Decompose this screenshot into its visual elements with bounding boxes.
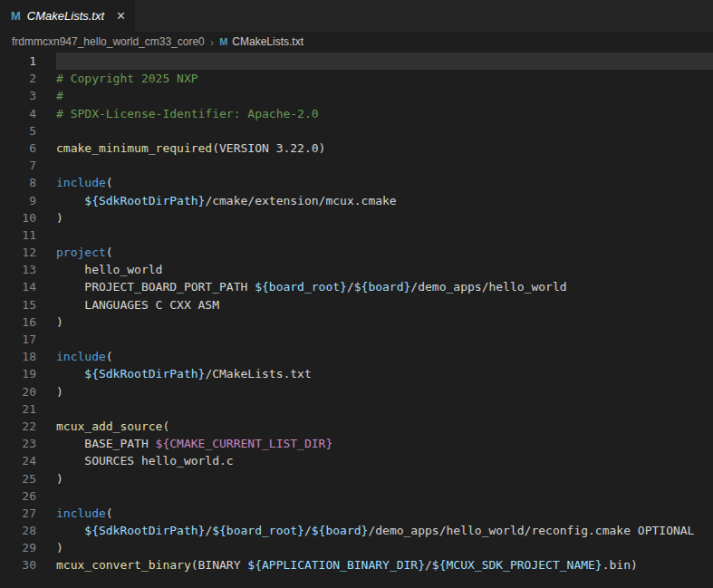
- code-token: cmake_minimum_required: [56, 141, 212, 155]
- code-line[interactable]: 10): [0, 209, 713, 227]
- code-line-content: include(: [56, 505, 713, 522]
- code-token: hello_world: [56, 263, 162, 276]
- cmake-file-icon: M: [11, 10, 21, 22]
- code-token: [56, 524, 84, 537]
- code-line[interactable]: 16): [0, 313, 713, 331]
- code-line-content: ): [56, 539, 713, 556]
- code-line[interactable]: 30mcux_convert_binary(BINARY ${APPLICATI…: [0, 556, 713, 574]
- line-number[interactable]: 10: [0, 209, 56, 227]
- line-number[interactable]: 16: [0, 313, 56, 331]
- code-token: /: [425, 558, 432, 572]
- code-line[interactable]: 13 hello_world: [0, 261, 713, 278]
- code-line[interactable]: 19 ${SdkRootDirPath}/CMakeLists.txt: [0, 365, 713, 382]
- line-number[interactable]: 14: [0, 278, 56, 295]
- code-line[interactable]: 4# SPDX-License-Identifier: Apache-2.0: [0, 105, 713, 122]
- code-line-content: LANGUAGES C CXX ASM: [56, 296, 713, 313]
- code-editor[interactable]: 12# Copyright 2025 NXP3#4# SPDX-License-…: [0, 52, 713, 588]
- code-line[interactable]: 28 ${SdkRootDirPath}/${board_root}/${boa…: [0, 522, 713, 539]
- breadcrumb-folder[interactable]: frdmmcxn947_hello_world_cm33_core0: [12, 35, 205, 48]
- code-token: (VERSION 3.22.0): [212, 141, 325, 155]
- code-token: (: [106, 246, 113, 259]
- code-token: LANGUAGES C CXX ASM: [56, 298, 219, 312]
- close-icon[interactable]: ✕: [116, 10, 126, 22]
- code-line[interactable]: 26: [0, 487, 713, 505]
- code-line[interactable]: 17: [0, 331, 713, 348]
- code-line-content: include(: [56, 174, 713, 191]
- code-line-content: mcux_convert_binary(BINARY ${APPLICATION…: [56, 556, 713, 574]
- line-number[interactable]: 19: [0, 365, 56, 382]
- breadcrumb-file[interactable]: CMakeLists.txt: [232, 35, 304, 48]
- line-number[interactable]: 21: [0, 400, 56, 418]
- line-number[interactable]: 20: [0, 383, 56, 400]
- code-token: include: [56, 506, 106, 520]
- code-line[interactable]: 18include(: [0, 348, 713, 365]
- code-token: (: [162, 419, 169, 433]
- code-token: ): [56, 541, 63, 554]
- line-number[interactable]: 29: [0, 539, 56, 556]
- code-token: #: [56, 89, 63, 102]
- editor-lines: 12# Copyright 2025 NXP3#4# SPDX-License-…: [0, 52, 713, 574]
- code-token: ): [56, 211, 63, 225]
- code-token: (: [106, 350, 113, 363]
- tab-cmakelists[interactable]: M CMakeLists.txt ✕: [0, 0, 136, 32]
- code-line-content: [56, 400, 713, 418]
- code-token: ${board}: [312, 524, 369, 537]
- line-number[interactable]: 11: [0, 227, 56, 244]
- line-number[interactable]: 6: [0, 140, 56, 157]
- code-line[interactable]: 21: [0, 400, 713, 418]
- code-line-content: mcux_add_source(: [56, 418, 713, 435]
- code-token: /demo_apps/hello_world: [410, 280, 566, 294]
- line-number[interactable]: 4: [0, 105, 56, 122]
- code-line[interactable]: 27include(: [0, 505, 713, 522]
- code-line[interactable]: 6cmake_minimum_required(VERSION 3.22.0): [0, 140, 713, 157]
- line-number[interactable]: 25: [0, 470, 56, 487]
- line-number[interactable]: 2: [0, 70, 56, 87]
- code-line[interactable]: 14 PROJECT_BOARD_PORT_PATH ${board_root}…: [0, 278, 713, 295]
- line-number[interactable]: 7: [0, 157, 56, 174]
- code-token: mcux_add_source: [56, 419, 162, 433]
- code-line[interactable]: 24 SOURCES hello_world.c: [0, 452, 713, 469]
- line-number[interactable]: 1: [0, 53, 56, 70]
- line-number[interactable]: 18: [0, 348, 56, 365]
- line-number[interactable]: 28: [0, 522, 56, 539]
- line-number[interactable]: 12: [0, 244, 56, 261]
- code-line[interactable]: 15 LANGUAGES C CXX ASM: [0, 296, 713, 313]
- code-token: include: [56, 176, 106, 189]
- code-line-content: project(: [56, 244, 713, 261]
- code-line-content: ): [56, 383, 713, 400]
- code-line[interactable]: 20): [0, 383, 713, 400]
- line-number[interactable]: 8: [0, 174, 56, 191]
- code-line-content: [56, 122, 713, 140]
- code-line[interactable]: 29): [0, 539, 713, 556]
- line-number[interactable]: 23: [0, 435, 56, 452]
- line-number[interactable]: 9: [0, 192, 56, 209]
- code-line[interactable]: 3#: [0, 87, 713, 104]
- line-number[interactable]: 3: [0, 87, 56, 104]
- code-line[interactable]: 11: [0, 227, 713, 244]
- code-token: ${board_root}: [212, 524, 304, 537]
- line-number[interactable]: 30: [0, 556, 56, 574]
- code-token: (: [106, 506, 113, 520]
- line-number[interactable]: 5: [0, 122, 56, 140]
- code-line[interactable]: 12project(: [0, 244, 713, 261]
- line-number[interactable]: 24: [0, 452, 56, 469]
- line-number[interactable]: 27: [0, 505, 56, 522]
- code-line[interactable]: 9 ${SdkRootDirPath}/cmake/extension/mcux…: [0, 192, 713, 209]
- code-line[interactable]: 22mcux_add_source(: [0, 418, 713, 435]
- line-number[interactable]: 17: [0, 331, 56, 348]
- code-line[interactable]: 8include(: [0, 174, 713, 191]
- line-number[interactable]: 15: [0, 296, 56, 313]
- code-line[interactable]: 7: [0, 157, 713, 174]
- code-token: ${SdkRootDirPath}: [84, 194, 205, 207]
- code-line[interactable]: 25): [0, 470, 713, 487]
- code-line[interactable]: 5: [0, 122, 713, 140]
- line-number[interactable]: 22: [0, 418, 56, 435]
- line-number[interactable]: 26: [0, 487, 56, 505]
- code-token: ${MCUX_SDK_PROJECT_NAME}: [432, 558, 602, 572]
- code-line[interactable]: 1: [0, 53, 713, 70]
- line-number[interactable]: 13: [0, 261, 56, 278]
- code-line-content: SOURCES hello_world.c: [56, 452, 713, 469]
- code-line[interactable]: 2# Copyright 2025 NXP: [0, 70, 713, 87]
- code-line-content: cmake_minimum_required(VERSION 3.22.0): [56, 140, 713, 157]
- code-line[interactable]: 23 BASE_PATH ${CMAKE_CURRENT_LIST_DIR}: [0, 435, 713, 452]
